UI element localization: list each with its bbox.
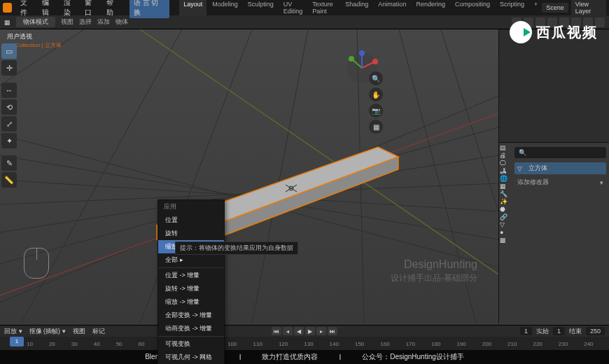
tab-rendering[interactable]: Rendering [412,0,449,16]
menu-object[interactable]: 物体 [115,18,128,27]
workspace-tabs: Layout Modeling Sculpting UV Editing Tex… [179,0,542,16]
mesh-icon: ▽ [517,164,526,173]
tab-shading[interactable]: Shading [341,0,372,16]
top-menubar: 文件 编辑 渲染 窗口 帮助 语 言 切 换 Layout Modeling S… [0,0,609,15]
tab-texpaint[interactable]: Texture Paint [308,0,340,16]
timeline-marker-menu[interactable]: 标记 [92,327,105,336]
perspective-icon[interactable]: ▦ [369,120,383,134]
search-input[interactable] [526,149,605,156]
mouse-hint-icon [24,248,49,279]
tab-scripting[interactable]: Scripting [496,0,528,16]
xigua-logo-icon [510,21,532,43]
playhead[interactable]: 1 [10,337,24,346]
menu-apply-location[interactable]: 位置 [158,214,224,227]
chevron-down-icon: ▾ [600,179,603,186]
tab-uv[interactable]: UV Editing [279,0,307,16]
search-icon: 🔍 [519,149,526,156]
menu-render[interactable]: 渲染 [59,0,81,18]
cursor-tool[interactable]: ✛ [1,60,17,76]
tab-modeling[interactable]: Modeling [208,0,242,16]
zoom-icon[interactable]: 🔍 [369,71,383,85]
rotate-tool[interactable]: ⟲ [1,99,17,115]
menu-edit[interactable]: 编辑 [38,0,59,18]
timeline-keying-menu[interactable]: 抠像 (插帧) ▾ [29,327,66,336]
menu-visual-geo[interactable]: 可视几何 -> 网格 [158,351,224,364]
viewlayer-selector[interactable]: View Layer [571,0,606,16]
svg-point-28 [349,56,354,62]
menu-scale-delta[interactable]: 缩放 -> 增量 [158,295,224,309]
current-frame-field[interactable]: 1 [520,327,532,335]
scene-selector[interactable]: Scene [542,3,568,13]
menu-file[interactable]: 文件 [16,0,38,18]
tab-sculpting[interactable]: Sculpting [244,0,278,16]
watermark-text: DesignHunting 设计捕手出品-基础部分 [391,257,477,284]
end-frame-field[interactable]: 250 [586,327,605,335]
outliner [499,29,609,143]
context-tooltip: 提示：将物体的变换结果应用为自身数据 [175,241,298,255]
proptab-output[interactable]: 🖨 [500,152,512,159]
language-switch-button[interactable]: 语 言 切 换 [130,0,169,18]
start-label: 实始 [536,327,549,336]
proptab-scene[interactable]: 🏞 [500,167,512,174]
measure-tool[interactable]: 📏 [1,172,17,188]
mode-dropdown[interactable]: 物体模式 [16,17,55,27]
editor-type-icon[interactable]: ▦ [4,19,10,26]
menu-add[interactable]: 添加 [97,18,110,27]
menu-apply-all[interactable]: 全部 ▸ [158,253,224,267]
xigua-watermark: 西瓜视频 [510,21,598,43]
proptab-modifier[interactable]: 🔧 [500,190,512,197]
camera-icon[interactable]: 📷 [369,104,383,118]
proptab-texture[interactable]: ▩ [500,237,512,244]
end-label: 结束 [569,327,582,336]
start-frame-field[interactable]: 1 [553,327,565,335]
move-tool[interactable]: ↔ [1,83,17,98]
apply-context-menu: 应用 位置 旋转 缩放 全部 ▸ 位置 -> 增量 旋转 -> 增量 缩放 ->… [158,200,225,364]
jump-end-button[interactable]: ⏭ [328,327,337,335]
proptab-world[interactable]: 🌐 [500,175,512,182]
menu-apply-rotation[interactable]: 旋转 [158,227,224,240]
proptab-object[interactable]: ▦ [500,183,512,190]
blender-logo-icon [3,3,12,13]
properties-search[interactable]: 🔍 [514,147,606,158]
jump-start-button[interactable]: ⏮ [272,327,281,335]
menu-view[interactable]: 视图 [61,18,74,27]
play-rev-button[interactable]: ◀ [294,327,304,335]
timeline-playback-menu[interactable]: 回放 ▾ [4,327,22,336]
transform-tool[interactable]: ✦ [1,133,17,148]
add-modifier-dropdown[interactable]: 添加修改器 ▾ [514,176,606,189]
tab-add[interactable]: + [530,0,542,16]
menu-rot-delta[interactable]: 旋转 -> 增量 [158,282,224,295]
status-bar: Blender设计公开基础课 I 致力打造优质内容 I 公众号：DesignHu… [0,350,609,364]
proptab-material[interactable]: ● [500,229,512,236]
xigua-logo-text: 西瓜视频 [536,23,598,42]
select-tool[interactable]: ▭ [1,43,17,59]
menu-loc-delta[interactable]: 位置 -> 增量 [158,269,224,282]
properties-panel: 🔍 ▽ 立方体 添加修改器 ▾ ▤ 🖨 🖵 🏞 🌐 ▦ 🔧 ✨ [498,29,609,323]
play-button[interactable]: ▶ [305,327,315,335]
active-object-row[interactable]: ▽ 立方体 [514,162,606,174]
scale-tool[interactable]: ⤢ [1,116,17,132]
menu-select[interactable]: 选择 [79,18,92,27]
proptab-particles[interactable]: ✨ [500,198,512,205]
status-divider: I [239,354,241,361]
timeline-ruler[interactable]: 1 10 20 30 40 50 60 70 80 90 100 110 120… [0,337,609,351]
menu-help[interactable]: 帮助 [102,0,124,18]
proptab-physics[interactable]: ⬣ [500,206,512,213]
pan-icon[interactable]: ✋ [369,88,383,102]
menu-visual-transform[interactable]: 可视变换 [158,337,224,351]
proptab-view[interactable]: 🖵 [500,160,512,167]
menu-window[interactable]: 窗口 [80,0,102,18]
tab-animation[interactable]: Animation [374,0,410,16]
tab-layout[interactable]: Layout [179,0,206,16]
annotate-tool[interactable]: ✎ [1,155,17,171]
proptab-mesh[interactable]: ▽ [500,221,512,228]
menu-anim-delta[interactable]: 动画变换 -> 增量 [158,322,224,335]
next-key-button[interactable]: ▸ [316,327,326,335]
proptab-constraints[interactable]: 🔗 [500,214,512,220]
proptab-render[interactable]: ▤ [500,144,512,151]
tab-compositing[interactable]: Compositing [451,0,494,16]
menu-all-delta[interactable]: 全部变换 -> 增量 [158,309,224,322]
3d-viewport[interactable]: 用户透视 (1) Collection | 立方体 ▭ ✛ ↔ ⟲ ⤢ ✦ ✎ … [0,29,498,323]
timeline-view-menu[interactable]: 视图 [73,327,85,336]
prev-key-button[interactable]: ◂ [283,327,293,335]
